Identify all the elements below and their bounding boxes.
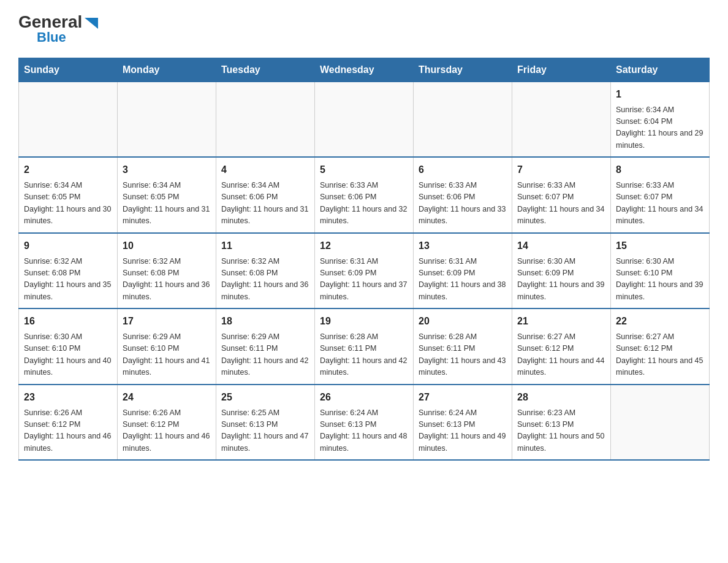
day-info: Sunrise: 6:30 AMSunset: 6:10 PMDaylight:…	[24, 331, 112, 379]
day-number: 12	[320, 239, 408, 253]
calendar-week-row: 1Sunrise: 6:34 AMSunset: 6:04 PMDaylight…	[19, 82, 710, 157]
day-info: Sunrise: 6:27 AMSunset: 6:12 PMDaylight:…	[616, 331, 704, 379]
day-of-week-header: Sunday	[19, 58, 118, 82]
calendar-day-cell: 12Sunrise: 6:31 AMSunset: 6:09 PMDayligh…	[315, 233, 414, 309]
day-info: Sunrise: 6:33 AMSunset: 6:06 PMDaylight:…	[320, 180, 408, 228]
day-number: 1	[616, 87, 704, 102]
calendar-day-cell: 6Sunrise: 6:33 AMSunset: 6:06 PMDaylight…	[414, 157, 512, 233]
calendar-day-cell: 18Sunrise: 6:29 AMSunset: 6:11 PMDayligh…	[216, 308, 315, 385]
day-info: Sunrise: 6:31 AMSunset: 6:09 PMDaylight:…	[419, 256, 507, 304]
calendar-day-cell: 4Sunrise: 6:34 AMSunset: 6:06 PMDaylight…	[216, 157, 315, 233]
calendar-day-cell: 20Sunrise: 6:28 AMSunset: 6:11 PMDayligh…	[414, 308, 512, 385]
day-number: 4	[221, 163, 309, 177]
day-info: Sunrise: 6:26 AMSunset: 6:12 PMDaylight:…	[24, 407, 112, 455]
day-number: 16	[24, 314, 112, 329]
calendar-day-cell: 10Sunrise: 6:32 AMSunset: 6:08 PMDayligh…	[118, 233, 216, 309]
day-info: Sunrise: 6:33 AMSunset: 6:06 PMDaylight:…	[419, 180, 507, 228]
day-number: 19	[320, 314, 408, 329]
day-info: Sunrise: 6:25 AMSunset: 6:13 PMDaylight:…	[221, 407, 309, 455]
day-number: 3	[123, 163, 211, 177]
day-info: Sunrise: 6:34 AMSunset: 6:04 PMDaylight:…	[616, 104, 704, 152]
day-number: 10	[123, 239, 211, 253]
calendar-day-cell: 24Sunrise: 6:26 AMSunset: 6:12 PMDayligh…	[118, 385, 216, 461]
day-info: Sunrise: 6:30 AMSunset: 6:10 PMDaylight:…	[616, 256, 704, 304]
page-header: General Blue	[18, 12, 710, 45]
day-number: 8	[616, 163, 704, 177]
day-info: Sunrise: 6:32 AMSunset: 6:08 PMDaylight:…	[221, 256, 309, 304]
calendar-table: SundayMondayTuesdayWednesdayThursdayFrid…	[18, 58, 710, 461]
calendar-week-row: 2Sunrise: 6:34 AMSunset: 6:05 PMDaylight…	[19, 157, 710, 233]
calendar-day-cell: 1Sunrise: 6:34 AMSunset: 6:04 PMDaylight…	[611, 82, 710, 157]
calendar-day-cell	[512, 82, 611, 157]
calendar-day-cell: 15Sunrise: 6:30 AMSunset: 6:10 PMDayligh…	[611, 233, 710, 309]
day-number: 23	[24, 390, 112, 405]
calendar-day-cell: 19Sunrise: 6:28 AMSunset: 6:11 PMDayligh…	[315, 308, 414, 385]
calendar-day-cell: 2Sunrise: 6:34 AMSunset: 6:05 PMDaylight…	[19, 157, 118, 233]
day-info: Sunrise: 6:24 AMSunset: 6:13 PMDaylight:…	[419, 407, 507, 455]
day-info: Sunrise: 6:29 AMSunset: 6:11 PMDaylight:…	[221, 331, 309, 379]
calendar-week-row: 23Sunrise: 6:26 AMSunset: 6:12 PMDayligh…	[19, 385, 710, 461]
day-info: Sunrise: 6:34 AMSunset: 6:05 PMDaylight:…	[123, 180, 211, 228]
day-number: 11	[221, 239, 309, 253]
day-number: 20	[419, 314, 507, 329]
day-info: Sunrise: 6:24 AMSunset: 6:13 PMDaylight:…	[320, 407, 408, 455]
logo-blue-text: Blue	[37, 29, 66, 45]
calendar-day-cell	[216, 82, 315, 157]
calendar-header-row: SundayMondayTuesdayWednesdayThursdayFrid…	[19, 58, 710, 82]
day-info: Sunrise: 6:34 AMSunset: 6:05 PMDaylight:…	[24, 180, 112, 228]
day-info: Sunrise: 6:32 AMSunset: 6:08 PMDaylight:…	[123, 256, 211, 304]
day-number: 18	[221, 314, 309, 329]
calendar-day-cell: 21Sunrise: 6:27 AMSunset: 6:12 PMDayligh…	[512, 308, 611, 385]
day-number: 6	[419, 163, 507, 177]
day-info: Sunrise: 6:34 AMSunset: 6:06 PMDaylight:…	[221, 180, 309, 228]
calendar-day-cell: 27Sunrise: 6:24 AMSunset: 6:13 PMDayligh…	[414, 385, 512, 461]
day-number: 28	[517, 390, 605, 405]
day-number: 14	[517, 239, 605, 253]
day-of-week-header: Monday	[118, 58, 216, 82]
day-of-week-header: Friday	[512, 58, 611, 82]
calendar-day-cell: 22Sunrise: 6:27 AMSunset: 6:12 PMDayligh…	[611, 308, 710, 385]
day-of-week-header: Saturday	[611, 58, 710, 82]
day-info: Sunrise: 6:29 AMSunset: 6:10 PMDaylight:…	[123, 331, 211, 379]
day-number: 13	[419, 239, 507, 253]
calendar-week-row: 16Sunrise: 6:30 AMSunset: 6:10 PMDayligh…	[19, 308, 710, 385]
day-info: Sunrise: 6:27 AMSunset: 6:12 PMDaylight:…	[517, 331, 605, 379]
day-number: 24	[123, 390, 211, 405]
day-number: 22	[616, 314, 704, 329]
calendar-day-cell	[611, 385, 710, 461]
day-of-week-header: Thursday	[414, 58, 512, 82]
logo-arrow-icon	[85, 13, 98, 33]
calendar-day-cell: 14Sunrise: 6:30 AMSunset: 6:09 PMDayligh…	[512, 233, 611, 309]
day-info: Sunrise: 6:23 AMSunset: 6:13 PMDaylight:…	[517, 407, 605, 455]
day-info: Sunrise: 6:26 AMSunset: 6:12 PMDaylight:…	[123, 407, 211, 455]
calendar-day-cell	[414, 82, 512, 157]
day-info: Sunrise: 6:32 AMSunset: 6:08 PMDaylight:…	[24, 256, 112, 304]
calendar-day-cell: 11Sunrise: 6:32 AMSunset: 6:08 PMDayligh…	[216, 233, 315, 309]
calendar-day-cell: 8Sunrise: 6:33 AMSunset: 6:07 PMDaylight…	[611, 157, 710, 233]
day-of-week-header: Wednesday	[315, 58, 414, 82]
calendar-day-cell: 9Sunrise: 6:32 AMSunset: 6:08 PMDaylight…	[19, 233, 118, 309]
calendar-day-cell: 25Sunrise: 6:25 AMSunset: 6:13 PMDayligh…	[216, 385, 315, 461]
day-info: Sunrise: 6:33 AMSunset: 6:07 PMDaylight:…	[616, 180, 704, 228]
day-number: 25	[221, 390, 309, 405]
day-info: Sunrise: 6:33 AMSunset: 6:07 PMDaylight:…	[517, 180, 605, 228]
calendar-day-cell	[315, 82, 414, 157]
calendar-day-cell: 28Sunrise: 6:23 AMSunset: 6:13 PMDayligh…	[512, 385, 611, 461]
calendar-week-row: 9Sunrise: 6:32 AMSunset: 6:08 PMDaylight…	[19, 233, 710, 309]
calendar-day-cell: 17Sunrise: 6:29 AMSunset: 6:10 PMDayligh…	[118, 308, 216, 385]
logo: General Blue	[18, 12, 98, 45]
day-number: 17	[123, 314, 211, 329]
day-number: 26	[320, 390, 408, 405]
day-number: 9	[24, 239, 112, 253]
day-number: 15	[616, 239, 704, 253]
day-number: 27	[419, 390, 507, 405]
calendar-day-cell: 16Sunrise: 6:30 AMSunset: 6:10 PMDayligh…	[19, 308, 118, 385]
day-info: Sunrise: 6:28 AMSunset: 6:11 PMDaylight:…	[419, 331, 507, 379]
calendar-day-cell: 7Sunrise: 6:33 AMSunset: 6:07 PMDaylight…	[512, 157, 611, 233]
day-info: Sunrise: 6:30 AMSunset: 6:09 PMDaylight:…	[517, 256, 605, 304]
day-number: 7	[517, 163, 605, 177]
day-info: Sunrise: 6:28 AMSunset: 6:11 PMDaylight:…	[320, 331, 408, 379]
day-number: 5	[320, 163, 408, 177]
calendar-day-cell	[118, 82, 216, 157]
calendar-day-cell: 26Sunrise: 6:24 AMSunset: 6:13 PMDayligh…	[315, 385, 414, 461]
